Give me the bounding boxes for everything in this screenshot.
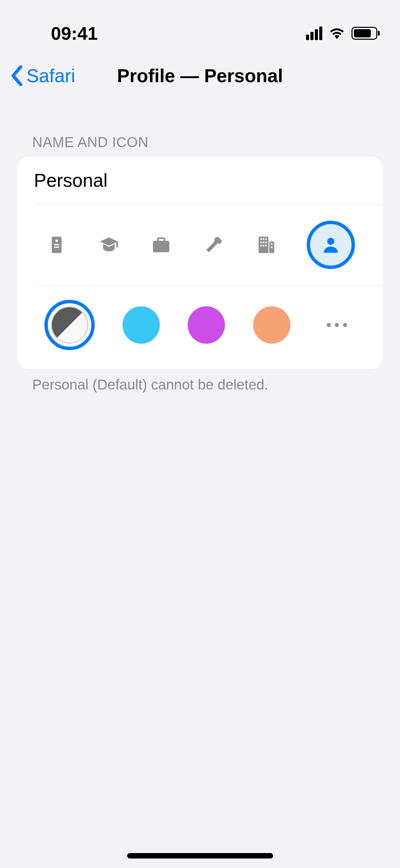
svg-rect-3 bbox=[54, 247, 59, 248]
battery-icon bbox=[351, 27, 380, 40]
profile-name-field[interactable]: Personal bbox=[17, 157, 383, 204]
color-option-magenta[interactable] bbox=[188, 306, 225, 344]
icon-option-badge[interactable] bbox=[45, 233, 68, 256]
svg-rect-14 bbox=[265, 245, 267, 247]
svg-rect-9 bbox=[260, 241, 262, 243]
wifi-icon bbox=[328, 26, 345, 40]
svg-rect-8 bbox=[265, 238, 267, 240]
status-time: 09:41 bbox=[51, 23, 98, 44]
graduation-cap-icon bbox=[99, 235, 119, 255]
icon-option-briefcase[interactable] bbox=[150, 233, 173, 256]
icon-option-hammer[interactable] bbox=[202, 233, 225, 256]
more-colors-button[interactable] bbox=[318, 306, 356, 344]
back-button[interactable]: Safari bbox=[10, 65, 75, 87]
color-option-orange[interactable] bbox=[253, 306, 290, 344]
svg-rect-2 bbox=[54, 244, 59, 246]
ellipsis-icon bbox=[327, 323, 331, 327]
svg-point-17 bbox=[327, 238, 335, 245]
split-color-swatch bbox=[51, 306, 88, 344]
page-title: Profile — Personal bbox=[117, 65, 283, 87]
icon-picker-row bbox=[17, 204, 383, 285]
footer-note: Personal (Default) cannot be deleted. bbox=[0, 369, 400, 393]
svg-rect-16 bbox=[271, 247, 272, 248]
svg-rect-11 bbox=[265, 241, 267, 243]
svg-rect-13 bbox=[263, 245, 264, 247]
status-bar: 09:41 bbox=[0, 0, 400, 51]
icon-option-building[interactable] bbox=[254, 233, 278, 256]
home-indicator[interactable] bbox=[127, 853, 273, 858]
section-header: NAME AND ICON bbox=[0, 100, 400, 157]
svg-rect-7 bbox=[263, 238, 264, 240]
chevron-left-icon bbox=[10, 66, 24, 86]
profile-card: Personal bbox=[17, 157, 383, 369]
back-label: Safari bbox=[26, 65, 75, 87]
status-icons bbox=[306, 26, 380, 40]
svg-point-1 bbox=[55, 239, 58, 242]
svg-rect-6 bbox=[260, 238, 262, 240]
cellular-signal-icon bbox=[306, 26, 322, 40]
navigation-bar: Safari Profile — Personal bbox=[0, 51, 400, 100]
building-icon bbox=[256, 235, 276, 255]
hammer-icon bbox=[204, 235, 224, 255]
svg-rect-10 bbox=[263, 241, 264, 243]
svg-rect-12 bbox=[260, 245, 262, 247]
icon-option-person[interactable] bbox=[307, 221, 355, 269]
icon-option-graduation[interactable] bbox=[97, 233, 120, 256]
color-picker-row bbox=[17, 286, 383, 369]
svg-rect-15 bbox=[271, 243, 272, 245]
color-option-cyan[interactable] bbox=[122, 306, 160, 344]
briefcase-icon bbox=[151, 235, 171, 255]
badge-icon bbox=[47, 235, 66, 255]
person-icon bbox=[320, 234, 341, 255]
color-option-default[interactable] bbox=[44, 300, 95, 350]
